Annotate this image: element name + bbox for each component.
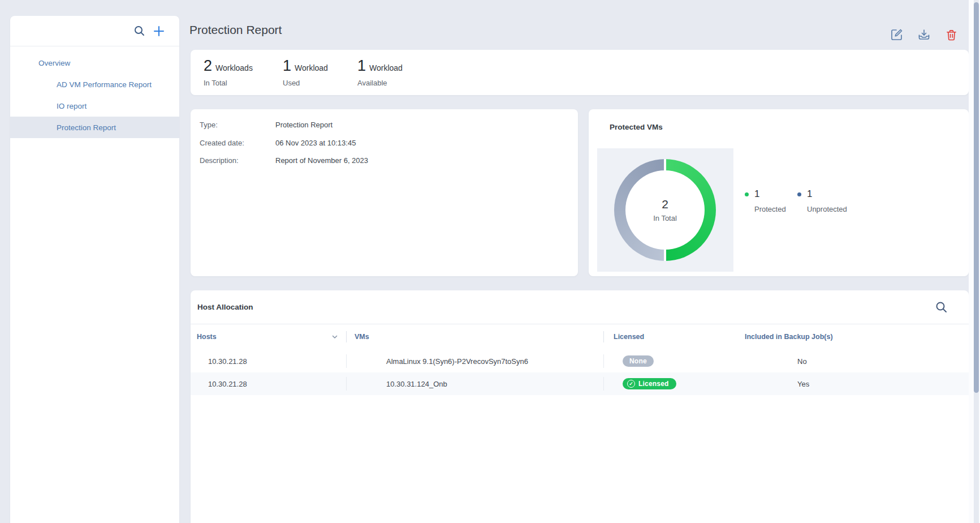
donut-center: 2 In Total	[625, 170, 705, 250]
legend-item-unprotected: 1 Unprotected	[797, 188, 847, 213]
cell-included: No	[735, 350, 969, 372]
license-badge-none: None	[623, 355, 654, 367]
table-row[interactable]: 10.30.21.28 10.30.31.124_Onb ✓ Licensed …	[191, 372, 969, 395]
column-header-included-in-backup-jobs: Included in Backup Job(s)	[735, 324, 969, 350]
stat-unit: Workload	[295, 63, 328, 72]
search-icon	[935, 301, 947, 313]
protected-vms-donut-chart: 2 In Total	[614, 159, 716, 261]
column-header-vms: VMs	[346, 324, 603, 350]
stat-unit: Workloads	[215, 63, 253, 72]
trash-icon	[946, 29, 957, 41]
column-header-hosts[interactable]: Hosts	[191, 324, 346, 350]
sidebar-nav: Overview AD VM Performance Report IO rep…	[10, 46, 179, 138]
sidebar: Overview AD VM Performance Report IO rep…	[10, 16, 179, 523]
plus-icon[interactable]	[153, 25, 165, 37]
detail-value: Report of November 6, 2023	[275, 156, 368, 165]
cell-included: Yes	[735, 372, 969, 395]
page-title: Protection Report	[189, 23, 282, 37]
cell-host: 10.30.21.28	[191, 372, 346, 395]
donut-chart-panel: 2 In Total	[597, 148, 733, 272]
cell-vm: 10.30.31.124_Onb	[346, 372, 603, 395]
stat-value: 1	[283, 57, 291, 75]
donut-segment-gap	[664, 248, 666, 261]
stat-label: Available	[357, 79, 403, 87]
license-badge-licensed: ✓ Licensed	[623, 378, 676, 389]
cell-licensed: None	[603, 350, 735, 372]
cell-host: 10.30.21.28	[191, 350, 346, 372]
detail-value: 06 Nov 2023 at 10:13:45	[275, 139, 356, 147]
column-header-licensed: Licensed	[603, 324, 735, 350]
stat-unit: Workload	[369, 63, 403, 72]
legend-value: 1	[807, 188, 812, 200]
check-circle-icon: ✓	[627, 380, 635, 388]
stat-label: In Total	[204, 79, 253, 87]
detail-value: Protection Report	[275, 121, 333, 129]
export-button[interactable]	[917, 28, 931, 41]
host-allocation-card: Host Allocation Hosts VMs Licensed Inclu…	[191, 290, 969, 523]
legend-item-protected: 1 Protected	[745, 188, 786, 213]
sidebar-toolbar	[10, 16, 179, 46]
cell-vm: AlmaLinux 9.1(Syn6)-P2VrecovSyn7toSyn6	[346, 350, 603, 372]
scrollbar-thumb[interactable]	[974, 2, 979, 393]
download-icon	[918, 28, 930, 41]
donut-segment-gap	[664, 159, 666, 172]
detail-label: Created date:	[200, 139, 275, 147]
delete-button[interactable]	[944, 28, 958, 41]
donut-total-label: In Total	[653, 214, 677, 222]
legend-value: 1	[754, 188, 759, 200]
stat-available: 1 Workload Available	[357, 57, 403, 87]
table-row[interactable]: 10.30.21.28 AlmaLinux 9.1(Syn6)-P2Vrecov…	[191, 350, 969, 372]
chevron-down-icon[interactable]	[331, 333, 339, 341]
protected-vms-title: Protected VMs	[610, 123, 663, 131]
header-actions	[890, 28, 958, 41]
stat-label: Used	[283, 79, 328, 87]
edit-button[interactable]	[890, 28, 904, 41]
license-badge-label: Licensed	[638, 380, 669, 388]
detail-row-description: Description: Report of November 6, 2023	[200, 156, 368, 165]
detail-row-created-date: Created date: 06 Nov 2023 at 10:13:45	[200, 139, 356, 147]
legend-label: Protected	[745, 205, 786, 213]
workload-summary-card: 2 Workloads In Total 1 Workload Used 1 W…	[191, 50, 969, 95]
stat-in-total: 2 Workloads In Total	[204, 57, 253, 87]
stat-value: 1	[357, 57, 366, 75]
stat-value: 2	[204, 57, 212, 75]
legend-dot-protected	[745, 192, 749, 196]
table-header: Hosts VMs Licensed Included in Backup Jo…	[191, 324, 969, 350]
report-details-card: Type: Protection Report Created date: 06…	[191, 109, 578, 276]
legend-label: Unprotected	[797, 205, 847, 213]
donut-total-value: 2	[662, 198, 668, 211]
search-icon[interactable]	[134, 25, 145, 36]
legend-dot-unprotected	[797, 192, 801, 196]
stat-used: 1 Workload Used	[283, 57, 328, 87]
detail-label: Type:	[200, 121, 275, 129]
host-allocation-title: Host Allocation	[197, 303, 253, 311]
sidebar-item-ad-vm-performance-report[interactable]: AD VM Performance Report	[10, 74, 179, 95]
sidebar-item-protection-report[interactable]: Protection Report	[10, 117, 179, 138]
protected-vms-card: Protected VMs 2 In Total 1 Protected 1 U…	[589, 109, 969, 276]
sidebar-item-io-report[interactable]: IO report	[10, 95, 179, 117]
sidebar-item-overview[interactable]: Overview	[10, 52, 179, 74]
detail-row-type: Type: Protection Report	[200, 121, 333, 129]
table-search-button[interactable]	[935, 301, 947, 315]
detail-label: Description:	[200, 156, 275, 165]
edit-icon	[891, 28, 903, 41]
cell-licensed: ✓ Licensed	[603, 372, 735, 395]
